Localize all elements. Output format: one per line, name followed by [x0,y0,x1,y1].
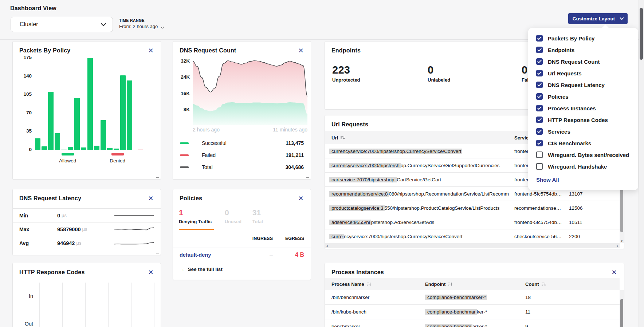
url-highlight: currencyservice:7000/hipstershop.Currenc… [329,149,462,154]
process-name-cell: benchmarker [325,324,425,327]
y-axis-tick: 70 [13,110,32,115]
bar [138,149,143,150]
count-cell: 18 [525,295,620,300]
process-instances-card: Process Instances ✕ Process Name Endpoin… [325,263,624,327]
layout-menu-item[interactable]: Endpoints [536,44,633,56]
bar [87,58,93,150]
checkbox-unchecked-icon[interactable] [536,163,543,170]
checkbox-checked-icon[interactable] [536,82,543,88]
bar [107,148,113,150]
endpoint-rest: arker-* [472,324,487,327]
close-icon[interactable]: ✕ [147,194,155,202]
policies-table-header: INGRESS EGRESS [173,236,311,241]
resize-handle[interactable] [156,175,159,178]
layout-menu-item[interactable]: Url Requests [536,67,633,79]
caret-down-icon[interactable]: ▾ [620,239,624,243]
caret-right-icon[interactable]: ▸ [617,244,619,248]
layout-menu-item[interactable]: HTTP Response Codes [536,114,633,126]
legend-entry: Allowed [59,153,76,164]
policies-tab[interactable]: 1Denying Traffic [179,208,214,230]
checkbox-checked-icon[interactable] [536,105,543,111]
count-cell: 13107 [569,191,620,197]
stat-label: Unprotected [332,77,360,83]
checkbox-checked-icon[interactable] [536,117,543,123]
policies-tab[interactable]: 0Unused [225,208,242,230]
policy-row[interactable]: default-deny – 4 B [173,248,311,262]
checkbox-checked-icon[interactable] [536,70,543,76]
table-row[interactable]: benchmarkercompliance-benchmarker-*9 [325,319,620,327]
legend-value: 191,211 [286,152,304,158]
column-header-process-name[interactable]: Process Name [325,281,425,287]
show-all-link[interactable]: Show All [536,177,633,183]
bar [61,149,67,150]
url-highlight: recommendationservice:8 [329,191,389,197]
scrollbar-thumb[interactable] [640,8,643,60]
stat-value: 223 [332,64,360,76]
sort-icon [448,282,452,286]
table-row[interactable]: productcatalogservice:3550/hipstershop.P… [325,201,620,215]
column-header-endpoint[interactable]: Endpoint [425,281,525,287]
bar [101,120,106,150]
resize-handle[interactable] [306,175,309,178]
table-row[interactable]: currencyservice:7000/hipstershop.Currenc… [325,229,620,244]
card-title: Process Instances [331,269,384,276]
policy-name-link[interactable]: default-deny [180,252,239,258]
layout-menu-item[interactable]: Policies [536,91,633,102]
vertical-scrollbar[interactable] [620,290,624,327]
table-row[interactable]: /bin/kube-benchcompliance-benchmarker-*1… [325,305,620,319]
endpoint-stat: 223Unprotected [332,64,360,83]
checkbox-checked-icon[interactable] [536,93,543,100]
checkbox-checked-icon[interactable] [536,35,543,42]
page-scrollbar[interactable] [639,0,644,327]
policies-tab[interactable]: 31Total [252,208,263,230]
layout-menu-item[interactable]: CIS Benchmarks [536,137,633,149]
layout-menu-item[interactable]: Packets By Policy [536,32,633,44]
layout-menu-item-label: Wireguard. Bytes sent/received [548,152,629,158]
legend-label: Allowed [59,158,76,164]
close-icon[interactable]: ✕ [147,268,155,276]
checkbox-checked-icon[interactable] [536,47,543,53]
latency-row: Min0µs [13,208,161,222]
layout-menu-item[interactable]: Wireguard. Handshake [536,161,633,172]
layout-menu-item-label: Packets By Policy [548,35,594,42]
legend-label: Total [202,164,213,170]
customize-layout-button[interactable]: Customize Layout [568,13,628,24]
legend-row: Failed191,211 [173,149,311,161]
http-response-codes-card: HTTP Response Codes ✕ In Out [12,263,161,327]
layout-menu-item[interactable]: Wireguard. Bytes sent/received [536,149,633,161]
checkbox-checked-icon[interactable] [536,140,543,146]
close-icon[interactable]: ✕ [610,268,618,276]
url-cell: adservice:9555/hipstershop.AdService/Get… [325,220,514,225]
layout-menu-items: Packets By PolicyEndpointsDNS Request Co… [536,32,633,172]
table-row[interactable]: adservice:9555/hipstershop.AdService/Get… [325,215,620,229]
url-rest: 550/hipstershop.ProductCatalogService/Li… [385,205,500,211]
endpoint-rest: ker-* [477,309,487,315]
table-row[interactable]: /bin/benchmarkercompliance-benchmarker-*… [325,290,620,305]
sort-icon [340,136,345,140]
close-icon[interactable]: ✕ [297,194,305,202]
column-header-url[interactable]: Url [325,135,514,141]
policies-tabs: 1Denying Traffic0Unused31Total [179,208,274,230]
layout-menu-item[interactable]: Process Instances [536,102,633,114]
checkbox-unchecked-icon[interactable] [536,151,543,158]
arrow-right-icon: → [180,267,185,272]
caret-left-icon[interactable]: ◂ [326,244,328,248]
view-selector[interactable]: Cluster [11,17,113,32]
layout-menu-item-label: DNS Request Latency [548,82,605,88]
close-icon[interactable]: ✕ [297,47,305,55]
legend-label: Failed [202,152,216,158]
resize-handle[interactable] [156,251,159,253]
checkbox-checked-icon[interactable] [536,128,543,135]
scrollbar-thumb[interactable] [620,299,623,327]
bar [68,147,73,150]
time-range-control[interactable]: TIME RANGE From: 2 hours ago [119,18,164,29]
latency-label: Max [19,226,57,232]
layout-menu-item[interactable]: DNS Request Count [536,56,633,67]
checkbox-checked-icon[interactable] [536,58,543,65]
layout-menu-item[interactable]: Services [536,126,633,137]
column-header-count[interactable]: Count [525,281,620,287]
close-icon[interactable]: ✕ [147,47,155,55]
see-full-list-link[interactable]: → See the full list [180,267,223,272]
horizontal-scrollbar[interactable]: ◂ ▸ [325,243,620,248]
layout-menu-item[interactable]: DNS Request Latency [536,79,633,91]
